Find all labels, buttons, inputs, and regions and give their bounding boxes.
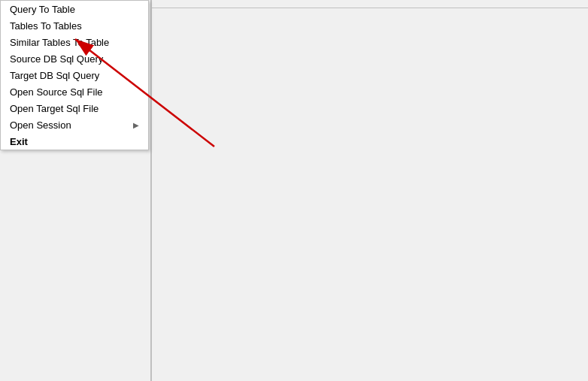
menu-item-exit[interactable]: Exit	[1, 133, 148, 150]
menu-item-label-query-table: Query To Table	[10, 4, 75, 15]
menu-item-tables-to-tables[interactable]: Tables To Tables	[1, 17, 148, 34]
submenu-arrow-icon: ▶	[133, 121, 139, 129]
menu-item-source-db-sql-query[interactable]: Source DB Sql Query	[1, 50, 148, 67]
horizontal-line	[152, 8, 588, 8]
menu-item-label-exit: Exit	[10, 136, 28, 147]
menu-item-label-open-source-sql-file: Open Source Sql File	[10, 86, 103, 98]
menu-item-similar-tables-to-table[interactable]: Similar Tables To Table	[1, 34, 148, 50]
menu-item-open-session[interactable]: Open Session▶	[1, 116, 148, 133]
menu-item-open-source-sql-file[interactable]: Open Source Sql File	[1, 83, 148, 100]
menu-item-target-db-sql-query[interactable]: Target DB Sql Query	[1, 67, 148, 83]
menu-item-open-target-sql-file[interactable]: Open Target Sql File	[1, 100, 148, 116]
dropdown-menu: Query To TableTables To TablesSimilar Ta…	[0, 0, 149, 150]
menu-item-label-source-db-sql-query: Source DB Sql Query	[10, 53, 103, 65]
main-area: Query To TableTables To TablesSimilar Ta…	[0, 0, 588, 381]
menu-item-label-open-target-sql-file: Open Target Sql File	[10, 103, 99, 114]
menu-item-label-open-session: Open Session	[10, 119, 71, 131]
menu-item-query-table[interactable]: Query To Table	[1, 1, 148, 17]
menu-item-label-similar-tables-to-table: Similar Tables To Table	[10, 37, 109, 48]
menu-item-label-target-db-sql-query: Target DB Sql Query	[10, 70, 99, 81]
menu-item-label-tables-to-tables: Tables To Tables	[10, 20, 82, 32]
vertical-divider	[150, 0, 152, 381]
